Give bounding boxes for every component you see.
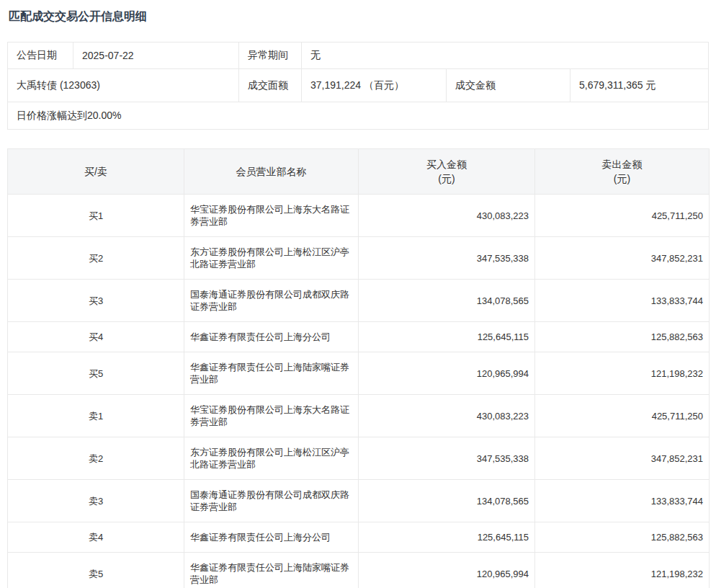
row-side-label: 买4 xyxy=(8,322,184,352)
announce-date-label: 公告日期 xyxy=(8,43,73,68)
row-member-name: 华宝证券股份有限公司上海东大名路证券营业部 xyxy=(184,195,359,237)
trigger-note: 日价格涨幅达到20.00% xyxy=(8,102,708,129)
table-row: 卖3 国泰海通证券股份有限公司成都双庆路证券营业部 134,078,565 13… xyxy=(8,480,710,522)
row-side-label: 买2 xyxy=(8,237,184,280)
column-header-buy-title: 买入金额 xyxy=(364,157,529,172)
row-buy-amount: 430,083,223 xyxy=(359,395,535,437)
announce-date-value: 2025-07-22 xyxy=(73,43,238,68)
row-sell-amount: 347,852,231 xyxy=(535,237,710,280)
table-row: 卖2 东方证券股份有限公司上海松江区沪亭北路证券营业部 347,535,338 … xyxy=(8,437,710,480)
row-side-label: 买3 xyxy=(8,280,184,322)
row-buy-amount: 134,078,565 xyxy=(359,280,535,322)
row-member-name: 国泰海通证券股份有限公司成都双庆路证券营业部 xyxy=(184,480,359,522)
row-member-name: 华鑫证券有限责任公司上海分公司 xyxy=(184,522,359,553)
table-row: 买4 华鑫证券有限责任公司上海分公司 125,645,115 125,882,5… xyxy=(8,322,710,352)
row-buy-amount: 125,645,115 xyxy=(359,322,535,352)
column-header-sell: 卖出金额 (元) xyxy=(535,149,710,195)
page: 匹配成交交易公开信息明细 公告日期 2025-07-22 异常期间 无 大禹转债… xyxy=(0,10,716,588)
page-title: 匹配成交交易公开信息明细 xyxy=(9,10,709,23)
row-buy-amount: 347,535,338 xyxy=(359,437,535,480)
table-row: 卖5 华鑫证券有限责任公司上海陆家嘴证券营业部 120,965,994 121,… xyxy=(8,553,710,588)
abnormal-period-label: 异常期间 xyxy=(238,43,301,68)
row-sell-amount: 425,711,250 xyxy=(535,395,710,437)
row-sell-amount: 125,882,563 xyxy=(535,522,710,553)
row-buy-amount: 430,083,223 xyxy=(359,195,535,237)
row-sell-amount: 425,711,250 xyxy=(535,195,710,237)
security-name: 大禹转债 (123063) xyxy=(8,69,238,102)
row-member-name: 华宝证券股份有限公司上海东大名路证券营业部 xyxy=(184,395,359,437)
table-row: 买3 国泰海通证券股份有限公司成都双庆路证券营业部 134,078,565 13… xyxy=(8,280,710,322)
info-panel: 公告日期 2025-07-22 异常期间 无 大禹转债 (123063) 成交面… xyxy=(7,42,709,130)
info-row-security: 大禹转债 (123063) 成交面额 37,191,224 （百元） 成交金额 … xyxy=(8,68,708,102)
row-side-label: 卖5 xyxy=(8,553,184,588)
trade-table-header: 买/卖 会员营业部名称 买入金额 (元) 卖出金额 (元) xyxy=(8,149,710,195)
column-header-buy-unit: (元) xyxy=(364,172,529,186)
row-member-name: 华鑫证券有限责任公司上海分公司 xyxy=(184,322,359,352)
row-sell-amount: 125,882,563 xyxy=(535,322,710,352)
column-header-sell-unit: (元) xyxy=(541,172,703,186)
row-member-name: 国泰海通证券股份有限公司成都双庆路证券营业部 xyxy=(184,280,359,322)
table-row: 卖1 华宝证券股份有限公司上海东大名路证券营业部 430,083,223 425… xyxy=(8,395,710,437)
row-member-name: 华鑫证券有限责任公司上海陆家嘴证券营业部 xyxy=(184,352,359,395)
row-member-name: 东方证券股份有限公司上海松江区沪亭北路证券营业部 xyxy=(184,437,359,480)
row-sell-amount: 347,852,231 xyxy=(535,437,710,480)
row-side-label: 卖2 xyxy=(8,437,184,480)
row-side-label: 卖3 xyxy=(8,480,184,522)
row-member-name: 东方证券股份有限公司上海松江区沪亭北路证券营业部 xyxy=(184,237,359,280)
column-header-sell-title: 卖出金额 xyxy=(541,157,703,172)
row-member-name: 华鑫证券有限责任公司上海陆家嘴证券营业部 xyxy=(184,553,359,588)
table-row: 买1 华宝证券股份有限公司上海东大名路证券营业部 430,083,223 425… xyxy=(8,195,710,237)
column-header-side: 买/卖 xyxy=(8,149,184,195)
row-side-label: 卖1 xyxy=(8,395,184,437)
trade-table-body: 买1 华宝证券股份有限公司上海东大名路证券营业部 430,083,223 425… xyxy=(8,195,710,588)
row-side-label: 卖4 xyxy=(8,522,184,553)
column-header-member: 会员营业部名称 xyxy=(184,149,359,195)
face-amount-value: 37,191,224 （百元） xyxy=(301,69,446,102)
column-header-buy: 买入金额 (元) xyxy=(359,149,535,195)
row-buy-amount: 125,645,115 xyxy=(359,522,535,553)
row-buy-amount: 134,078,565 xyxy=(359,480,535,522)
row-sell-amount: 133,833,744 xyxy=(535,280,710,322)
trade-table: 买/卖 会员营业部名称 买入金额 (元) 卖出金额 (元) 买1 华宝证券股份有… xyxy=(7,148,710,588)
face-amount-label: 成交面额 xyxy=(238,69,301,102)
turnover-label: 成交金额 xyxy=(446,69,570,102)
row-buy-amount: 120,965,994 xyxy=(359,352,535,395)
turnover-value: 5,679,311,365 元 xyxy=(570,69,708,102)
info-row-announcement: 公告日期 2025-07-22 异常期间 无 xyxy=(8,43,708,68)
table-row: 卖4 华鑫证券有限责任公司上海分公司 125,645,115 125,882,5… xyxy=(8,522,710,553)
info-row-trigger: 日价格涨幅达到20.00% xyxy=(8,102,708,129)
abnormal-period-value: 无 xyxy=(301,43,708,68)
row-sell-amount: 121,198,232 xyxy=(535,352,710,395)
row-side-label: 买5 xyxy=(8,352,184,395)
row-sell-amount: 133,833,744 xyxy=(535,480,710,522)
table-row: 买5 华鑫证券有限责任公司上海陆家嘴证券营业部 120,965,994 121,… xyxy=(8,352,710,395)
row-side-label: 买1 xyxy=(8,195,184,237)
row-sell-amount: 121,198,232 xyxy=(535,553,710,588)
row-buy-amount: 347,535,338 xyxy=(359,237,535,280)
table-row: 买2 东方证券股份有限公司上海松江区沪亭北路证券营业部 347,535,338 … xyxy=(8,237,710,280)
header-row: 买/卖 会员营业部名称 买入金额 (元) 卖出金额 (元) xyxy=(8,149,710,195)
row-buy-amount: 120,965,994 xyxy=(359,553,535,588)
